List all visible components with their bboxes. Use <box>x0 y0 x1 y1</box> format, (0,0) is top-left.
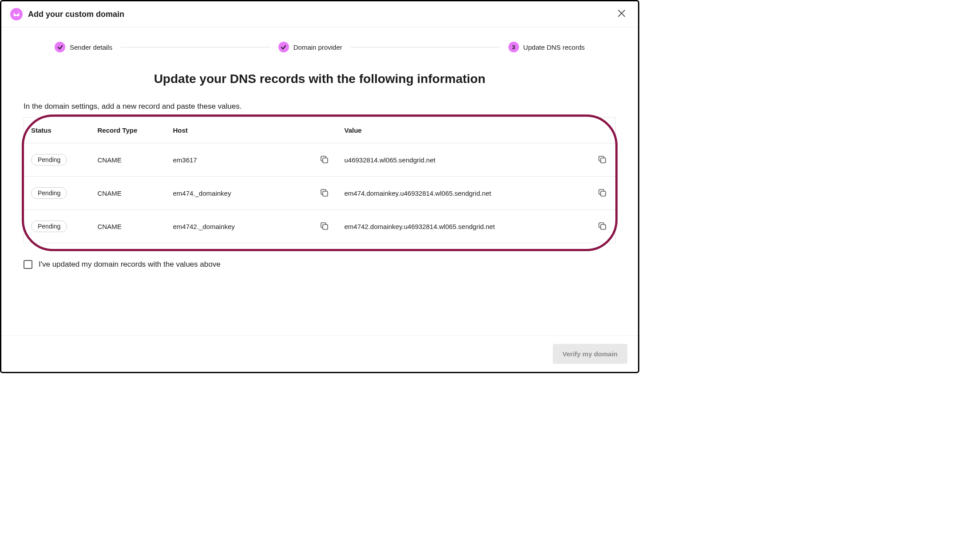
record-value: u46932814.wl065.sendgrid.net <box>337 143 591 177</box>
progress-stepper: Sender details Domain provider 3 Update … <box>1 28 638 56</box>
page-title: Update your DNS records with the followi… <box>24 72 616 86</box>
step-connector <box>350 47 500 47</box>
confirm-checkbox[interactable] <box>24 260 32 269</box>
svg-rect-3 <box>601 158 606 163</box>
record-value: em474.domainkey.u46932814.wl065.sendgrid… <box>337 177 591 210</box>
svg-rect-11 <box>601 225 606 229</box>
copy-value-icon[interactable] <box>598 155 606 164</box>
dns-table-container: Status Record Type Host Value Pending CN… <box>24 117 616 243</box>
dns-records-table: Status Record Type Host Value Pending CN… <box>24 117 616 243</box>
step-check-icon <box>278 42 289 52</box>
confirm-label: I've updated my domain records with the … <box>39 260 221 269</box>
copy-value-icon[interactable] <box>598 188 606 197</box>
step-check-icon <box>55 42 65 52</box>
copy-host-icon[interactable] <box>320 155 329 164</box>
status-badge: Pending <box>31 187 67 199</box>
copy-host-icon[interactable] <box>320 221 329 230</box>
svg-rect-9 <box>323 225 328 229</box>
table-row: Pending CNAME em4742._domainkey em4742.d… <box>24 210 616 243</box>
step-sender-details: Sender details <box>55 42 112 52</box>
dialog-footer: Verify my domain <box>1 335 638 372</box>
copy-value-icon[interactable] <box>598 221 606 230</box>
svg-rect-5 <box>323 191 328 196</box>
app-logo-icon <box>10 8 23 20</box>
record-type: CNAME <box>91 210 166 243</box>
header-left: Add your custom domain <box>10 8 124 20</box>
col-header-value: Value <box>337 118 591 143</box>
copy-host-icon[interactable] <box>320 188 329 197</box>
status-badge: Pending <box>31 221 67 232</box>
step-label: Domain provider <box>293 43 342 51</box>
record-host: em3617 <box>166 143 313 177</box>
table-row: Pending CNAME em3617 u46932814.wl065.sen… <box>24 143 616 177</box>
dialog-title: Add your custom domain <box>28 10 124 19</box>
step-connector <box>120 47 270 47</box>
status-badge: Pending <box>31 154 67 166</box>
svg-rect-1 <box>323 158 328 163</box>
col-header-type: Record Type <box>91 118 166 143</box>
step-label: Sender details <box>70 43 112 51</box>
step-number-badge: 3 <box>508 42 519 52</box>
col-header-status: Status <box>24 118 91 143</box>
table-header-row: Status Record Type Host Value <box>24 118 616 143</box>
table-row: Pending CNAME em474._domainkey em474.dom… <box>24 177 616 210</box>
main-content: Update your DNS records with the followi… <box>1 56 638 269</box>
close-icon[interactable] <box>616 8 627 21</box>
record-host: em474._domainkey <box>166 177 313 210</box>
verify-domain-button[interactable]: Verify my domain <box>553 344 627 364</box>
confirm-row: I've updated my domain records with the … <box>24 260 616 269</box>
record-host: em4742._domainkey <box>166 210 313 243</box>
step-update-dns: 3 Update DNS records <box>508 42 585 52</box>
col-header-host: Host <box>166 118 313 143</box>
record-type: CNAME <box>91 177 166 210</box>
record-value: em4742.domainkey.u46932814.wl065.sendgri… <box>337 210 591 243</box>
record-type: CNAME <box>91 143 166 177</box>
svg-rect-7 <box>601 191 606 196</box>
col-header-copy-value <box>590 118 616 143</box>
step-domain-provider: Domain provider <box>278 42 342 52</box>
dialog-header: Add your custom domain <box>1 1 638 28</box>
col-header-copy-host <box>313 118 337 143</box>
instruction-text: In the domain settings, add a new record… <box>24 102 616 111</box>
step-label: Update DNS records <box>523 43 585 51</box>
